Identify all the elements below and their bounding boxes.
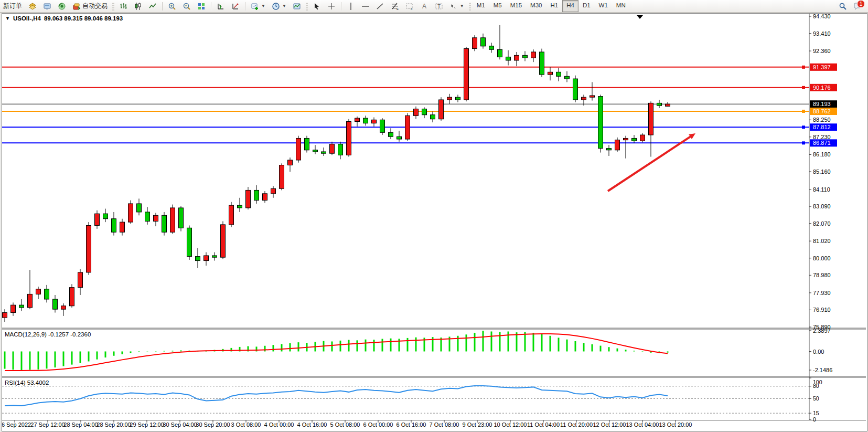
- candlestick-chart-icon: [134, 2, 142, 10]
- text-label-tool-button[interactable]: T: [432, 0, 446, 12]
- chart-window: ▼ USOil-,H4 89.063 89.315 89.046 89.193 …: [2, 13, 867, 431]
- signals-button[interactable]: [55, 0, 69, 12]
- line-chart-button[interactable]: [145, 0, 160, 12]
- svg-text:2.3897: 2.3897: [813, 328, 831, 334]
- candlestick-chart-button[interactable]: [131, 0, 145, 12]
- fibonacci-tool-button[interactable]: E: [388, 0, 402, 12]
- svg-text:76.910: 76.910: [813, 307, 831, 313]
- svg-text:28 Sep 20:00: 28 Sep 20:00: [97, 422, 131, 428]
- svg-text:77.930: 77.930: [813, 290, 831, 296]
- arrows-tool-button[interactable]: ▼: [446, 0, 467, 12]
- trendline-tool-button[interactable]: [373, 0, 388, 12]
- crosshair-tool-button[interactable]: [324, 0, 339, 12]
- indicator-window-button[interactable]: [213, 0, 228, 12]
- indicator-window-icon: [217, 2, 225, 10]
- notifications-button[interactable]: 1: [850, 0, 865, 12]
- timeframe-button-h1[interactable]: H1: [546, 0, 562, 12]
- tile-windows-button[interactable]: [194, 0, 209, 12]
- svg-text:3 Oct 08:00: 3 Oct 08:00: [231, 422, 261, 428]
- data-window-button[interactable]: [40, 0, 55, 12]
- market-watch-button[interactable]: [25, 0, 40, 12]
- chevron-down-icon: ▼: [460, 4, 464, 8]
- toolbar-grip: [112, 2, 114, 10]
- auto-trading-label: 自动交易: [82, 2, 108, 10]
- svg-text:80.000: 80.000: [813, 255, 831, 261]
- timeframe-button-m5[interactable]: M5: [489, 0, 506, 12]
- svg-text:88.250: 88.250: [813, 117, 831, 123]
- symbol-period-label: USOil-,H4: [13, 15, 41, 22]
- chevron-down-icon: ▼: [261, 4, 265, 8]
- svg-text:6 Oct 16:00: 6 Oct 16:00: [397, 422, 426, 428]
- text-icon: A: [420, 2, 428, 10]
- svg-text:94.430: 94.430: [813, 14, 831, 19]
- search-button[interactable]: [835, 0, 850, 12]
- template-button[interactable]: [290, 0, 304, 12]
- horizontal-line-tool-button[interactable]: [358, 0, 373, 12]
- macd-name: MACD(12,26,9): [5, 331, 47, 338]
- svg-text:82.070: 82.070: [813, 220, 831, 227]
- svg-text:80: 80: [813, 383, 819, 389]
- svg-text:6 Oct 00:00: 6 Oct 00:00: [363, 422, 393, 428]
- chart-dropdown-icon[interactable]: ▼: [5, 16, 10, 21]
- svg-text:0: 0: [813, 416, 816, 423]
- crosshair-icon: [327, 2, 336, 10]
- svg-text:7 Oct 08:00: 7 Oct 08:00: [430, 422, 459, 428]
- new-order-button[interactable]: 新订单: [0, 0, 25, 12]
- timeframe-button-m1[interactable]: M1: [473, 0, 489, 12]
- text-tool-button[interactable]: A: [417, 0, 432, 12]
- zoom-in-button[interactable]: [165, 0, 179, 12]
- bar-chart-button[interactable]: [116, 0, 131, 12]
- template-icon: [293, 2, 301, 10]
- main-toolbar: 新订单 自动交易: [0, 0, 868, 13]
- svg-text:9 Oct 23:00: 9 Oct 23:00: [463, 422, 492, 428]
- timeframe-group: M1M5M15M30H1H4D1W1MN: [473, 0, 630, 12]
- fibo-fan-icon: F: [405, 2, 414, 10]
- zoom-out-icon: [183, 2, 191, 10]
- bar-chart-icon: [119, 2, 127, 10]
- timeframe-button-m15[interactable]: M15: [506, 0, 526, 12]
- fibo-fan-tool-button[interactable]: F: [402, 0, 417, 12]
- new-order-label: 新订单: [3, 2, 22, 10]
- svg-text:4 Oct 00:00: 4 Oct 00:00: [264, 422, 294, 428]
- rsi-value: 53.4002: [27, 380, 49, 386]
- svg-text:91.397: 91.397: [813, 64, 831, 70]
- trendline-icon: [376, 2, 384, 10]
- timeframe-button-mn[interactable]: MN: [612, 0, 630, 12]
- timeframe-button-d1[interactable]: D1: [578, 0, 595, 12]
- svg-text:0.00: 0.00: [813, 349, 824, 355]
- objects-window-button[interactable]: [228, 0, 243, 12]
- chart-title-bar[interactable]: ▼ USOil-,H4 89.063 89.315 89.046 89.193: [5, 15, 123, 22]
- macd-indicator-label: MACD(12,26,9) -0.1257 -0.2360: [5, 331, 91, 338]
- period-icon: [272, 2, 280, 10]
- svg-text:78.980: 78.980: [813, 272, 831, 278]
- auto-trading-icon: [72, 2, 81, 10]
- rsi-name: RSI(14): [5, 380, 26, 386]
- vertical-line-icon: [347, 2, 355, 10]
- svg-text:10 Oct 12:00: 10 Oct 12:00: [494, 422, 527, 428]
- svg-text:12 Oct 12:00: 12 Oct 12:00: [593, 422, 626, 428]
- chat-icon: 1: [853, 2, 862, 10]
- timeframe-button-h4[interactable]: H4: [562, 0, 578, 12]
- chart-canvas[interactable]: 94.43093.41092.36088.25087.23086.18085.1…: [2, 14, 866, 430]
- period-button[interactable]: ▼: [269, 0, 290, 12]
- market-watch-icon: [28, 2, 37, 10]
- svg-text:4 Oct 16:00: 4 Oct 16:00: [297, 422, 327, 428]
- cursor-tool-button[interactable]: [309, 0, 324, 12]
- auto-trading-button[interactable]: 自动交易: [69, 0, 111, 12]
- toolbar-separator: [162, 2, 163, 10]
- app-window: 新订单 自动交易: [0, 0, 868, 432]
- svg-text:86.180: 86.180: [813, 151, 831, 157]
- timeframe-button-w1[interactable]: W1: [595, 0, 612, 12]
- svg-text:T: T: [437, 4, 441, 9]
- data-window-icon: [43, 2, 51, 10]
- svg-text:92.360: 92.360: [813, 48, 831, 54]
- chevron-down-icon: ▼: [282, 4, 286, 8]
- zoom-out-button[interactable]: [179, 0, 194, 12]
- new-chart-button[interactable]: ▼: [248, 0, 269, 12]
- horizontal-line-icon: [361, 2, 370, 10]
- svg-text:13 Oct 20:00: 13 Oct 20:00: [659, 422, 692, 428]
- vertical-line-tool-button[interactable]: [344, 0, 358, 12]
- timeframe-button-m30[interactable]: M30: [526, 0, 546, 12]
- text-label-icon: T: [435, 2, 443, 10]
- svg-text:83.090: 83.090: [813, 203, 831, 209]
